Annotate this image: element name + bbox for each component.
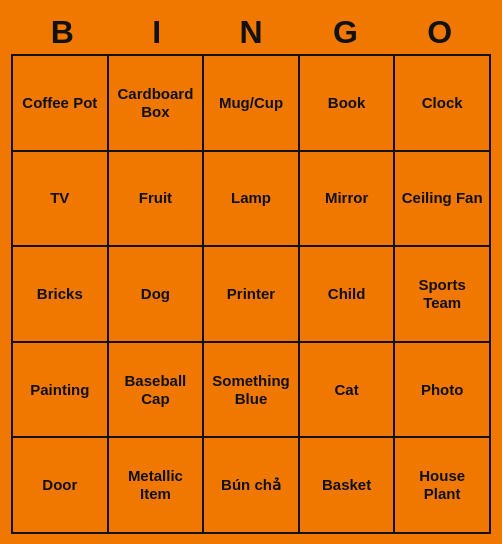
- bingo-cell[interactable]: Painting: [13, 343, 109, 439]
- bingo-cell[interactable]: Baseball Cap: [109, 343, 205, 439]
- bingo-cell[interactable]: Basket: [300, 438, 396, 534]
- bingo-cell[interactable]: Cat: [300, 343, 396, 439]
- bingo-cell[interactable]: Something Blue: [204, 343, 300, 439]
- bingo-cell[interactable]: Mug/Cup: [204, 56, 300, 152]
- bingo-cell[interactable]: TV: [13, 152, 109, 248]
- bingo-cell[interactable]: Ceiling Fan: [395, 152, 491, 248]
- bingo-cell[interactable]: Clock: [395, 56, 491, 152]
- bingo-cell[interactable]: Cardboard Box: [109, 56, 205, 152]
- bingo-cell[interactable]: Book: [300, 56, 396, 152]
- header-letter: B: [18, 14, 106, 51]
- header-letter: O: [396, 14, 484, 51]
- bingo-cell[interactable]: Photo: [395, 343, 491, 439]
- bingo-cell[interactable]: Bricks: [13, 247, 109, 343]
- bingo-cell[interactable]: Door: [13, 438, 109, 534]
- bingo-cell[interactable]: House Plant: [395, 438, 491, 534]
- bingo-cell[interactable]: Bún chả: [204, 438, 300, 534]
- bingo-grid: Coffee PotCardboard BoxMug/CupBookClockT…: [11, 54, 491, 534]
- header-letter: G: [301, 14, 389, 51]
- header-letter: I: [113, 14, 201, 51]
- bingo-cell[interactable]: Coffee Pot: [13, 56, 109, 152]
- bingo-cell[interactable]: Fruit: [109, 152, 205, 248]
- bingo-cell[interactable]: Child: [300, 247, 396, 343]
- bingo-cell[interactable]: Metallic Item: [109, 438, 205, 534]
- bingo-cell[interactable]: Lamp: [204, 152, 300, 248]
- bingo-cell[interactable]: Sports Team: [395, 247, 491, 343]
- header-letter: N: [207, 14, 295, 51]
- bingo-cell[interactable]: Dog: [109, 247, 205, 343]
- bingo-card: BINGO Coffee PotCardboard BoxMug/CupBook…: [11, 10, 491, 534]
- bingo-header: BINGO: [11, 10, 491, 54]
- bingo-cell[interactable]: Mirror: [300, 152, 396, 248]
- bingo-cell[interactable]: Printer: [204, 247, 300, 343]
